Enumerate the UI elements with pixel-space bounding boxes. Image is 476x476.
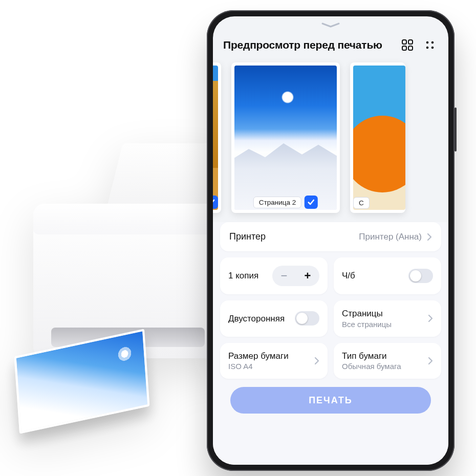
svg-point-6 (426, 47, 429, 49)
paper-size-label: Размер бумаги (228, 351, 309, 361)
preview-strip[interactable]: 1 Страница 2 (213, 62, 448, 222)
settings-panel: Принтер Принтер (Анна) 1 копия − + Ч/б (213, 222, 448, 465)
printer-label: Принтер (229, 231, 354, 242)
preview-page-2[interactable]: Страница 2 (231, 62, 340, 213)
copies-decrement-button[interactable]: − (272, 266, 296, 286)
copies-label: 1 копия (228, 271, 267, 281)
page-selected-checkbox[interactable] (213, 196, 218, 209)
svg-point-5 (431, 41, 434, 44)
svg-point-7 (431, 47, 434, 49)
paper-size-row[interactable]: Размер бумаги ISO A4 (220, 343, 328, 379)
svg-rect-2 (402, 46, 406, 50)
svg-rect-1 (408, 40, 413, 44)
page-selected-checkbox[interactable] (305, 196, 318, 209)
page-label: Страница 2 (253, 197, 301, 208)
grid-icon (402, 39, 413, 51)
duplex-label: Двусторонняя (228, 314, 290, 324)
chevron-right-icon (428, 314, 433, 322)
svg-point-4 (426, 41, 429, 44)
pages-value: Все страницы (342, 320, 423, 329)
bw-row: Ч/б (334, 257, 441, 294)
more-dots-icon (425, 40, 435, 50)
preview-thumbnail (353, 66, 405, 210)
grid-view-button[interactable] (399, 37, 416, 53)
svg-rect-0 (402, 40, 406, 44)
paper-type-row[interactable]: Тип бумаги Обычная бумага (334, 343, 441, 379)
printer-illustration (15, 143, 235, 430)
preview-page-1[interactable]: 1 (213, 62, 221, 213)
paper-type-label: Тип бумаги (342, 351, 423, 361)
printer-value: Принтер (Анна) (359, 232, 422, 242)
phone-frame: Предпросмотр перед печатью (207, 10, 455, 471)
duplex-toggle[interactable] (295, 311, 319, 326)
printer-row[interactable]: Принтер Принтер (Анна) (220, 222, 441, 251)
bw-label: Ч/б (342, 271, 403, 281)
copies-stepper: − + (272, 266, 319, 286)
check-icon (213, 198, 215, 206)
copies-increment-button[interactable]: + (296, 266, 319, 286)
check-icon (307, 198, 315, 206)
paper-type-value: Обычная бумага (342, 362, 423, 371)
preview-thumbnail (213, 66, 218, 210)
more-button[interactable] (422, 37, 438, 53)
preview-page-3[interactable]: С (350, 62, 405, 213)
svg-rect-3 (408, 46, 413, 50)
chevron-right-icon (314, 357, 319, 365)
preview-thumbnail (234, 66, 337, 210)
chevron-right-icon (427, 233, 432, 241)
sheet-drag-handle-icon[interactable] (320, 21, 341, 29)
page-title: Предпросмотр перед печатью (223, 39, 393, 51)
pages-label: Страницы (342, 309, 423, 319)
app-screen: Предпросмотр перед печатью (213, 16, 448, 465)
duplex-row: Двусторонняя (220, 300, 328, 337)
print-button[interactable]: ПЕЧАТЬ (230, 387, 431, 414)
pages-row[interactable]: Страницы Все страницы (334, 300, 441, 337)
header: Предпросмотр перед печатью (213, 31, 448, 62)
chevron-right-icon (428, 357, 433, 365)
copies-row: 1 копия − + (220, 257, 328, 294)
bw-toggle[interactable] (408, 269, 433, 283)
page-label: С (353, 197, 370, 209)
paper-size-value: ISO A4 (228, 362, 309, 371)
